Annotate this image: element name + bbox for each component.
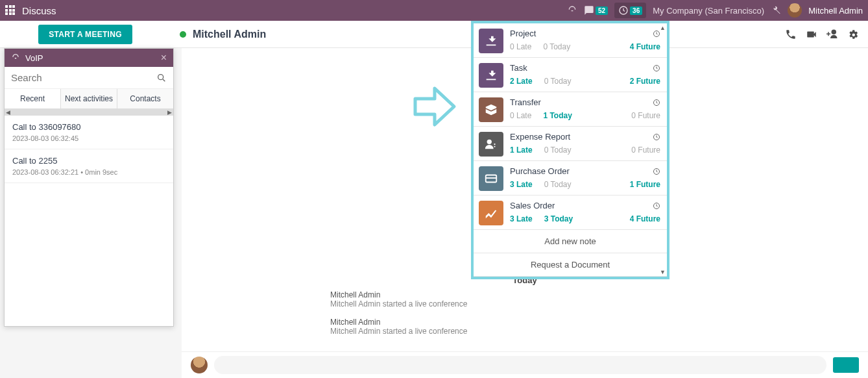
close-icon[interactable]: × bbox=[161, 52, 167, 64]
future-count: 4 Future bbox=[630, 214, 660, 223]
clock-icon bbox=[653, 30, 660, 38]
activity-icon bbox=[479, 63, 503, 88]
late-count: 1 Late bbox=[510, 145, 533, 155]
request-document-link[interactable]: Request a Document bbox=[474, 253, 667, 277]
call-time: 2023-08-03 06:32:21 • 0min 9sec bbox=[12, 168, 165, 176]
voip-title-text: VoIP bbox=[25, 53, 43, 63]
apps-icon[interactable] bbox=[5, 5, 16, 16]
today-count: 1 Today bbox=[543, 111, 572, 120]
send-button[interactable] bbox=[833, 357, 859, 373]
activity-title: Expense Report bbox=[510, 132, 570, 142]
status-dot bbox=[180, 31, 186, 38]
call-item[interactable]: Call to 336097680 2023-08-03 06:32:45 bbox=[5, 116, 173, 149]
company-selector[interactable]: My Company (San Francisco) bbox=[653, 6, 764, 16]
call-item[interactable]: Call to 2255 2023-08-03 06:32:21 • 0min … bbox=[5, 149, 173, 183]
chat-message: Mitchell Admin Mitchell Admin started a … bbox=[330, 290, 719, 309]
start-meeting-button[interactable]: START A MEETING bbox=[38, 25, 132, 44]
svg-point-5 bbox=[487, 140, 492, 144]
clock-icon bbox=[653, 64, 660, 72]
today-count: 0 Today bbox=[544, 77, 572, 86]
svg-rect-8 bbox=[486, 177, 497, 179]
phone-icon[interactable] bbox=[567, 5, 577, 16]
user-avatar[interactable] bbox=[788, 3, 802, 18]
voip-search-row bbox=[5, 67, 173, 89]
voip-empty-area bbox=[5, 183, 173, 326]
late-count: 3 Late bbox=[510, 214, 533, 223]
activity-row[interactable]: Transfer 0 Late 1 Today 0 Future bbox=[474, 92, 667, 127]
voip-tabs: Recent Next activities Contacts bbox=[5, 89, 173, 109]
app-title: Discuss bbox=[22, 5, 56, 16]
message-author: Mitchell Admin bbox=[330, 290, 719, 299]
voip-horizontal-scrollbar[interactable]: ◀▶ bbox=[5, 109, 173, 116]
gear-icon[interactable] bbox=[847, 29, 859, 40]
activities-dropdown: ▲ Project 0 Late 0 Today 4 Future Task bbox=[471, 21, 669, 279]
svg-point-1 bbox=[158, 74, 163, 79]
call-title: Call to 336097680 bbox=[12, 122, 165, 132]
activity-icon bbox=[479, 29, 503, 53]
clock-icon bbox=[653, 168, 660, 175]
chat-message: Mitchell Admin Mitchell Admin started a … bbox=[330, 318, 719, 336]
tab-next-activities[interactable]: Next activities bbox=[61, 89, 117, 108]
header-row: START A MEETING Mitchell Admin bbox=[0, 21, 868, 48]
call-phone-icon[interactable] bbox=[785, 29, 797, 40]
clock-icon bbox=[653, 202, 660, 210]
activities-icon[interactable]: 36 bbox=[614, 3, 646, 18]
late-count: 2 Late bbox=[510, 77, 533, 86]
activity-row[interactable]: Task 2 Late 0 Today 2 Future bbox=[474, 58, 667, 92]
activity-title: Purchase Order bbox=[510, 166, 570, 176]
message-body: Mitchell Admin started a live conference bbox=[330, 327, 719, 336]
call-title: Call to 2255 bbox=[12, 156, 165, 166]
tab-contacts[interactable]: Contacts bbox=[117, 89, 173, 108]
voip-titlebar[interactable]: VoIP × bbox=[5, 49, 173, 67]
activity-icon bbox=[479, 166, 503, 191]
channel-title: Mitchell Admin bbox=[193, 29, 266, 40]
today-count: 0 Today bbox=[543, 42, 570, 51]
future-count: 0 Future bbox=[631, 145, 660, 155]
future-count: 4 Future bbox=[630, 42, 660, 51]
activities-badge: 36 bbox=[630, 6, 642, 15]
voip-search-input[interactable] bbox=[11, 72, 156, 83]
message-author: Mitchell Admin bbox=[330, 318, 719, 327]
late-count: 0 Late bbox=[510, 111, 531, 120]
annotation-arrow-icon bbox=[409, 81, 461, 132]
future-count: 1 Future bbox=[630, 180, 660, 189]
activity-title: Transfer bbox=[510, 97, 541, 107]
scroll-down-icon[interactable]: ▼ bbox=[660, 269, 666, 275]
voip-panel: VoIP × Recent Next activities Contacts ◀… bbox=[4, 48, 174, 327]
activity-icon bbox=[479, 201, 503, 225]
clock-icon bbox=[653, 133, 660, 141]
activity-row[interactable]: Expense Report 1 Late 0 Today 0 Future bbox=[474, 127, 667, 161]
compose-input[interactable] bbox=[214, 356, 826, 374]
search-icon[interactable] bbox=[156, 73, 167, 83]
future-count: 2 Future bbox=[630, 77, 660, 86]
add-note-link[interactable]: Add new note bbox=[474, 230, 667, 253]
activity-row[interactable]: Purchase Order 3 Late 0 Today 1 Future bbox=[474, 161, 667, 195]
today-count: 3 Today bbox=[544, 214, 573, 223]
activity-icon bbox=[479, 97, 503, 122]
activity-title: Sales Order bbox=[510, 201, 555, 210]
messages-badge: 52 bbox=[596, 6, 608, 15]
compose-avatar bbox=[191, 357, 208, 373]
add-user-icon[interactable] bbox=[826, 29, 838, 40]
voip-icon bbox=[11, 53, 20, 62]
clock-icon bbox=[653, 99, 660, 107]
activity-icon bbox=[479, 132, 503, 157]
settings-icon[interactable] bbox=[771, 5, 781, 16]
today-count: 0 Today bbox=[544, 145, 572, 155]
future-count: 0 Future bbox=[631, 111, 660, 120]
activity-row[interactable]: Sales Order 3 Late 3 Today 4 Future bbox=[474, 195, 667, 230]
messages-icon[interactable]: 52 bbox=[584, 5, 608, 16]
activity-title: Project bbox=[510, 29, 536, 38]
today-count: 0 Today bbox=[544, 180, 572, 189]
late-count: 3 Late bbox=[510, 180, 533, 189]
compose-row bbox=[182, 351, 868, 378]
tab-recent[interactable]: Recent bbox=[5, 89, 61, 108]
activity-title: Task bbox=[510, 63, 527, 73]
user-name[interactable]: Mitchell Admin bbox=[808, 6, 863, 16]
call-video-icon[interactable] bbox=[806, 29, 817, 40]
activity-row[interactable]: Project 0 Late 0 Today 4 Future bbox=[474, 23, 667, 58]
call-time: 2023-08-03 06:32:45 bbox=[12, 134, 165, 142]
top-navbar: Discuss 52 36 My Company (San Francisco)… bbox=[0, 0, 868, 21]
late-count: 0 Late bbox=[510, 42, 531, 51]
message-body: Mitchell Admin started a live conference bbox=[330, 299, 719, 309]
